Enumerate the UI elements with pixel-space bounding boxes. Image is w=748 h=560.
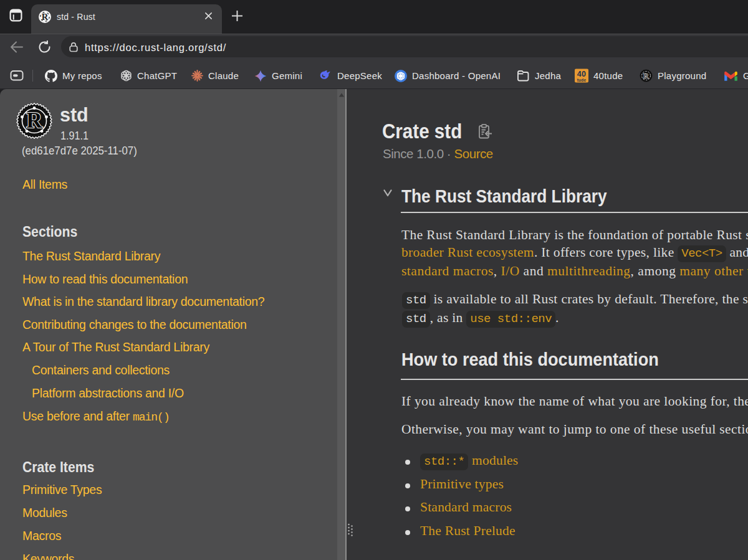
svg-text:R: R (643, 72, 650, 80)
svg-text:tude: tude (577, 78, 587, 82)
svg-text:R: R (26, 108, 43, 133)
